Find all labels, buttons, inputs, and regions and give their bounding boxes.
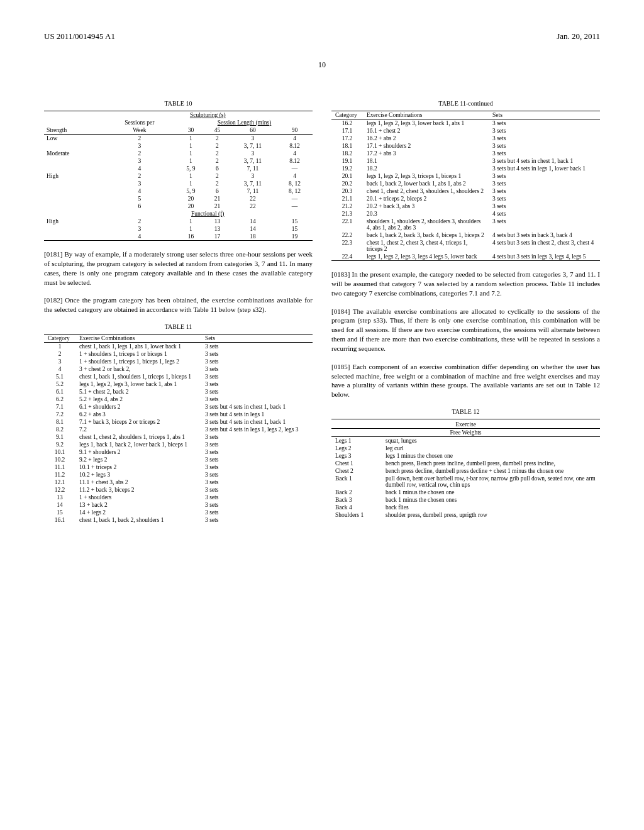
table-row: Back 4back flies [331,504,600,511]
table-row: 9.1chest 1, chest 2, shoulders 1, tricep… [44,433,313,441]
table-row: 12.111.1 + chest 3, abs 23 sets [44,479,313,486]
table-row: Back 1pull down, bent over barbell row, … [331,475,600,489]
t10-strength-label: Strength [44,126,103,135]
table-row: 7.26.2 + abs 33 sets but 4 sets in legs … [44,411,313,418]
t11r-col-cat: Category [331,111,363,119]
table-row: 6.15.1 + chest 2, back 23 sets [44,388,313,396]
table-row: 21.120.1 + triceps 2, biceps 23 sets [331,195,600,202]
table-row: Shoulders 1shoulder press, dumbell press… [331,511,600,519]
table-row: 5.1chest 1, back 1, shoulders 1, triceps… [44,373,313,380]
t10-sculpt-head: Sculpturing (s) [190,112,226,118]
table-row: 10.29.2 + legs 23 sets [44,456,313,463]
table-row: 9.2legs 1, back 1, back 2, lower back 1,… [44,441,313,448]
table-row: 22.1shoulders 1, shoulders 2, shoulders … [331,218,600,231]
table-row: 1chest 1, back 1, legs 1, abs 1, lower b… [44,343,313,351]
table-row: 22.4legs 1, legs 2, legs 3, legs 4 legs … [331,253,600,260]
table-row: 20.3chest 1, chest 2, chest 3, shoulders… [331,187,600,195]
t10-len-60: 60 [229,126,277,135]
table-row: 10.19.1 + shoulders 23 sets [44,448,313,456]
table-row: Legs 1squat, lunges [331,437,600,445]
table-row: 7.16.1 + shoulders 23 sets but 4 sets in… [44,403,313,411]
table-row: 17.216.2 + abs 23 sets [331,135,600,142]
table-row: 12.211.2 + back 3, biceps 23 sets [44,486,313,494]
table-row: Legs 2leg curl [331,445,600,452]
page-header: US 2011/0014945 A1 Jan. 20, 2011 [44,31,600,42]
pub-date: Jan. 20, 2011 [557,31,600,42]
t12-head-exercise: Exercise [331,421,600,429]
table-row: 45, 967, 11— [44,165,313,172]
table-row: 19.118.13 sets but 4 sets in chest 1, ba… [331,157,600,165]
table-row: 16.2legs 1, legs 2, legs 3, lower back 1… [331,119,600,128]
table-row: 22.2back 1, back 2, back 3, back 4, bice… [331,231,600,239]
table-row: 1413 + back 23 sets [44,501,313,509]
table-row: Legs 3legs 1 minus the chosen one [331,452,600,460]
table-row: Moderate21234 [44,150,313,157]
t12-head-freeweights: Free Weights [331,429,600,437]
table-row: 5202122— [44,195,313,202]
table-row: Chest 1bench press, Bench press incline,… [331,460,600,467]
table-row: 21.320.34 sets [331,210,600,218]
doc-number: US 2011/0014945 A1 [44,31,115,42]
table-11-left: Category Exercise Combinations Sets 1che… [44,334,313,524]
table-row: 3123, 7, 118.12 [44,142,313,150]
table-row: 8.17.1 + back 3, biceps 2 or triceps 23 … [44,418,313,426]
table11cont-caption: TABLE 11-continued [331,100,600,107]
column-left: TABLE 10 Sculpturing (s) Sessions perSes… [44,95,313,524]
t11-col-cat: Category [44,335,75,343]
table-row: 3123, 7, 118, 12 [44,180,313,187]
column-right: TABLE 11-continued Category Exercise Com… [331,95,600,524]
table-row: 11.110.1 + triceps 23 sets [44,463,313,471]
t10-week-label: Week [103,126,176,135]
table-row: 416171819 [44,233,313,240]
table-row: 21 + shoulders 1, triceps 1 or biceps 13… [44,350,313,358]
page-number: 10 [44,60,600,70]
table-row: 5.2legs 1, legs 2, legs 3, lower back 1,… [44,380,313,388]
table-row: Back 2back 1 minus the chosen one [331,489,600,496]
table-row: High21234 [44,172,313,180]
table11-caption: TABLE 11 [44,323,313,330]
table-row: 18.217.2 + abs 33 sets [331,150,600,157]
table-row: 20.1legs 1, legs 2, legs 3, triceps 1, b… [331,172,600,180]
t10-sesslen-label: Session Length (mins) [218,119,272,126]
table-row: 1514 + legs 23 sets [44,509,313,516]
para-0183: [0183] In the present example, the categ… [331,270,600,298]
table-row: 20.2back 1, back 2, lower back 1, abs 1,… [331,180,600,187]
table-row: 16.1chest 1, back 1, back 2, shoulders 1… [44,516,313,524]
table-row: 6.25.2 + legs 4, abs 23 sets [44,396,313,403]
table-row: 31131415 [44,225,313,233]
t11-col-ex: Exercise Combinations [75,335,201,343]
table-row: 3123, 7, 118.12 [44,157,313,165]
t10-func-label: Functional (f) [191,211,225,217]
table-row: 22.3chest 1, chest 2, chest 3, chest 4, … [331,239,600,253]
table-row: 6202122— [44,202,313,210]
t10-len-90: 90 [277,126,313,135]
table-row: 43 + chest 2 or back 2,3 sets [44,365,313,373]
t10-len-45: 45 [206,126,229,135]
table-11-right: Category Exercise Combinations Sets 16.2… [331,111,600,261]
table-row: 8.27.23 sets but 4 sets in legs 1, legs … [44,426,313,433]
table-row: Back 3back 1 minus the chosen ones [331,496,600,504]
table-row: 31 + shoulders 1, triceps 1, biceps 1, l… [44,358,313,365]
table-row: 18.117.1 + shoulders 23 sets [331,142,600,150]
table-row: High21131415 [44,218,313,225]
t10-len-30: 30 [176,126,206,135]
table-10: Sculpturing (s) Sessions perSession Leng… [44,111,313,241]
table-row: 17.116.1 + chest 23 sets [331,127,600,135]
para-0184: [0184] The available exercise combinatio… [331,307,600,353]
table-12: Exercise Free Weights Legs 1squat, lunge… [331,419,600,519]
table-row: Chest 2bench press decline, dumbell pres… [331,467,600,475]
t11-col-sets: Sets [201,335,313,343]
table-row: 21.220.2 + back 3, abs 33 sets [331,202,600,210]
table-row: 131 + shoulders3 sets [44,494,313,501]
t10-sessions-label: Sessions per [103,119,176,126]
table10-caption: TABLE 10 [44,100,313,107]
para-0181: [0181] By way of example, if a moderatel… [44,250,313,287]
para-0185: [0185] Each component of an exercise com… [331,362,600,399]
table-row: 11.210.2 + legs 33 sets [44,471,313,479]
table12-caption: TABLE 12 [331,408,600,415]
t11r-col-ex: Exercise Combinations [363,111,489,119]
para-0182: [0182] Once the program category has bee… [44,296,313,314]
t11r-col-sets: Sets [489,111,600,119]
table-row: Low21234 [44,135,313,143]
table-row: 19.218.23 sets but 4 sets in legs 1, low… [331,165,600,172]
